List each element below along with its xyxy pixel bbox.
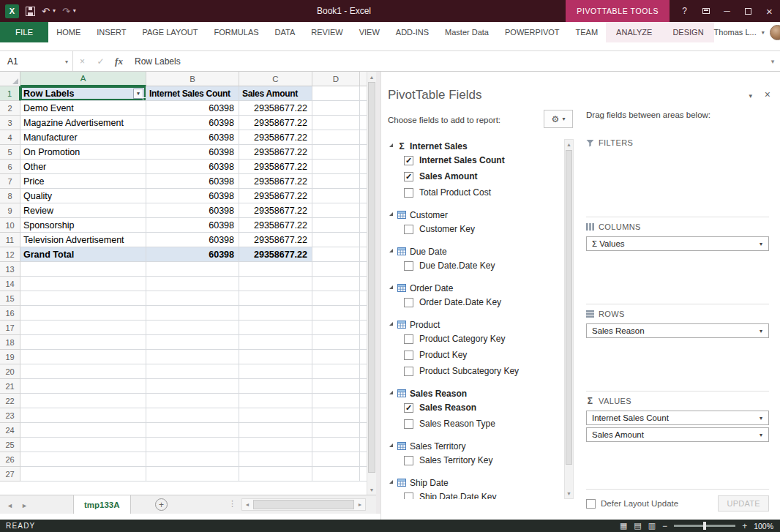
- ribbon-tab-design[interactable]: DESIGN: [662, 22, 713, 42]
- cell-c22[interactable]: [239, 394, 312, 408]
- cell-a11[interactable]: Television Advertisement: [20, 233, 146, 247]
- cell-c20[interactable]: [239, 364, 312, 379]
- cell-a7[interactable]: Price: [20, 174, 146, 189]
- pane-close-icon[interactable]: ×: [765, 89, 770, 100]
- field-checkbox-sales-reason[interactable]: ✓: [404, 403, 413, 413]
- cell-c6[interactable]: 29358677.22: [239, 160, 312, 174]
- cell-d26[interactable]: [312, 452, 360, 467]
- ribbon-tab-powerpivot[interactable]: POWERPIVOT: [497, 22, 568, 42]
- area-item-internet-sales-count[interactable]: Internet Sales Count▾: [586, 411, 769, 425]
- cell-a14[interactable]: [20, 277, 146, 291]
- row-header-17[interactable]: 17: [0, 321, 20, 335]
- cell-b20[interactable]: [146, 364, 239, 379]
- cell-b15[interactable]: [146, 291, 239, 306]
- ribbon-tab-analyze[interactable]: ANALYZE: [606, 22, 662, 42]
- cell-d4[interactable]: [312, 130, 360, 145]
- cell-c23[interactable]: [239, 408, 312, 423]
- insert-function-icon[interactable]: fx: [110, 51, 128, 71]
- field-checkbox-order-date-date-key[interactable]: [404, 298, 413, 307]
- cell-b19[interactable]: [146, 350, 239, 364]
- field-item-customer-key[interactable]: Customer Key: [388, 221, 562, 237]
- user-account[interactable]: Thomas L... ▾: [714, 22, 780, 42]
- ribbon-tab-data[interactable]: DATA: [267, 22, 304, 42]
- sheet-tab-active[interactable]: tmp133A: [73, 495, 131, 514]
- update-button[interactable]: UPDATE: [718, 495, 769, 512]
- field-item-product-category-key[interactable]: Product Category Key: [388, 331, 562, 347]
- field-checkbox-product-key[interactable]: [404, 351, 413, 360]
- column-header-a[interactable]: A: [20, 72, 146, 86]
- cell-a16[interactable]: [20, 306, 146, 321]
- cell-c5[interactable]: 29358677.22: [239, 145, 312, 160]
- field-list-scrollbar[interactable]: ▲ ▼: [564, 139, 574, 499]
- cell-b18[interactable]: [146, 335, 239, 350]
- cell-a18[interactable]: [20, 335, 146, 350]
- cell-c11[interactable]: 29358677.22: [239, 233, 312, 247]
- cell-b5[interactable]: 60398: [146, 145, 239, 160]
- cell-a21[interactable]: [20, 379, 146, 394]
- file-tab[interactable]: FILE: [0, 22, 48, 42]
- cell-a1[interactable]: Row Labels▾: [20, 86, 146, 101]
- tools-gear-button[interactable]: ⚙ ▾: [544, 110, 573, 128]
- selection-fill-handle[interactable]: [143, 97, 146, 101]
- cell-d18[interactable]: [312, 335, 360, 350]
- qat-customize-icon[interactable]: ▾: [73, 8, 76, 14]
- field-item-ship-date-date-key[interactable]: Ship Date.Date Key: [388, 489, 562, 499]
- cell-d9[interactable]: [312, 203, 360, 218]
- cell-c17[interactable]: [239, 321, 312, 335]
- field-checkbox-product-category-key[interactable]: [404, 334, 413, 344]
- row-header-9[interactable]: 9: [0, 203, 20, 218]
- defer-layout-checkbox[interactable]: [586, 499, 596, 509]
- cell-b9[interactable]: 60398: [146, 203, 239, 218]
- cell-c25[interactable]: [239, 438, 312, 452]
- ribbon-tab-master-data[interactable]: Master Data: [437, 22, 497, 42]
- row-header-1[interactable]: 1: [0, 86, 20, 101]
- row-header-7[interactable]: 7: [0, 174, 20, 189]
- cell-a25[interactable]: [20, 438, 146, 452]
- scroll-right-icon[interactable]: ►: [355, 502, 365, 507]
- cell-d16[interactable]: [312, 306, 360, 321]
- cell-a27[interactable]: [20, 467, 146, 482]
- field-group-header-order-date[interactable]: Order Date: [388, 282, 562, 294]
- row-header-12[interactable]: 12: [0, 247, 20, 262]
- cell-a23[interactable]: [20, 408, 146, 423]
- field-checkbox-sales-reason-type[interactable]: [404, 419, 413, 429]
- ribbon-display-options-icon[interactable]: [695, 0, 716, 22]
- cell-b7[interactable]: 60398: [146, 174, 239, 189]
- cell-b17[interactable]: [146, 321, 239, 335]
- cell-a2[interactable]: Demo Event: [20, 101, 146, 116]
- cell-d20[interactable]: [312, 364, 360, 379]
- zoom-slider[interactable]: [674, 525, 735, 527]
- area-item-values[interactable]: Σ Values▾: [586, 236, 769, 251]
- row-header-3[interactable]: 3: [0, 116, 20, 130]
- field-item-due-date-date-key[interactable]: Due Date.Date Key: [388, 258, 562, 274]
- cell-a4[interactable]: Manufacturer: [20, 130, 146, 145]
- page-break-view-icon[interactable]: ▥: [648, 522, 656, 530]
- cell-c3[interactable]: 29358677.22: [239, 116, 312, 130]
- cell-d8[interactable]: [312, 189, 360, 203]
- cell-b3[interactable]: 60398: [146, 116, 239, 130]
- ribbon-tab-add-ins[interactable]: ADD-INS: [388, 22, 437, 42]
- zoom-slider-thumb[interactable]: [703, 522, 706, 530]
- ribbon-tab-team[interactable]: TEAM: [568, 22, 607, 42]
- horizontal-scrollbar-thumb[interactable]: [253, 500, 354, 509]
- ribbon-tab-formulas[interactable]: FORMULAS: [206, 22, 266, 42]
- cell-a22[interactable]: [20, 394, 146, 408]
- cell-c15[interactable]: [239, 291, 312, 306]
- cell-c18[interactable]: [239, 335, 312, 350]
- cell-b6[interactable]: 60398: [146, 160, 239, 174]
- row-header-5[interactable]: 5: [0, 145, 20, 160]
- field-group-header-due-date[interactable]: Due Date: [388, 245, 562, 258]
- cell-a20[interactable]: [20, 364, 146, 379]
- column-header-d[interactable]: D: [312, 72, 360, 86]
- row-header-4[interactable]: 4: [0, 130, 20, 145]
- cell-b24[interactable]: [146, 423, 239, 438]
- field-checkbox-product-subcategory-key[interactable]: [404, 367, 413, 376]
- zoom-in-icon[interactable]: +: [742, 522, 747, 531]
- cell-d21[interactable]: [312, 379, 360, 394]
- field-item-order-date-date-key[interactable]: Order Date.Date Key: [388, 294, 562, 310]
- cell-d25[interactable]: [312, 438, 360, 452]
- scroll-left-icon[interactable]: ◄: [242, 502, 252, 507]
- normal-view-icon[interactable]: ▦: [620, 522, 627, 530]
- scroll-up-icon[interactable]: ▲: [367, 72, 376, 82]
- filter-dropdown-icon[interactable]: ▾: [133, 89, 143, 99]
